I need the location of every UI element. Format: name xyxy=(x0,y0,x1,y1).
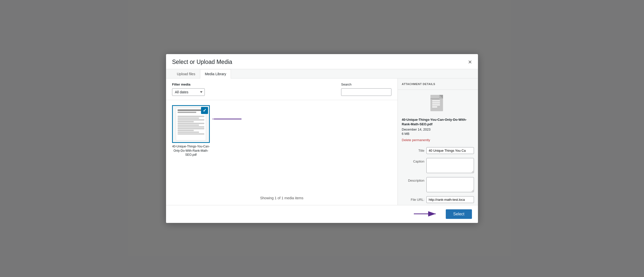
selected-check-badge: ✓ xyxy=(201,107,208,114)
svg-rect-6 xyxy=(432,100,440,101)
svg-rect-10 xyxy=(430,98,439,99)
pdf-body xyxy=(178,116,204,135)
tab-bar: Upload files Media Library xyxy=(166,69,478,78)
filter-label: Filter media xyxy=(172,83,205,86)
close-button[interactable]: × xyxy=(468,59,472,69)
main-panel: Filter media All dates Search xyxy=(166,78,397,205)
title-field-row: Title xyxy=(398,145,478,156)
pdf-header xyxy=(178,109,204,113)
toolbar: Filter media All dates Search xyxy=(166,78,397,100)
attachment-info: 40-Unique-Things-You-Can-Only-Do-With-Ra… xyxy=(398,117,478,145)
modal-body: Filter media All dates Search xyxy=(166,78,478,205)
description-label: Description xyxy=(402,177,424,182)
description-field-row: Description xyxy=(398,175,478,194)
document-icon xyxy=(429,95,447,115)
svg-rect-8 xyxy=(432,104,440,105)
delete-permanently-link[interactable]: Delete permanently xyxy=(402,138,430,142)
attachment-filename: 40-Unique-Things-You-Can-Only-Do-With-Ra… xyxy=(402,117,474,127)
caption-field-row: Caption xyxy=(398,156,478,175)
filter-section: Filter media All dates xyxy=(172,83,205,96)
attachment-header: ATTACHMENT DETAILS xyxy=(398,78,478,90)
description-textarea[interactable] xyxy=(426,177,474,192)
showing-text: Showing 1 of 1 media items xyxy=(166,191,397,205)
attachment-date: December 14, 2023 xyxy=(402,128,474,131)
attachment-sidebar: ATTACHMENT DETAILS xyxy=(397,78,478,205)
right-arrow-svg xyxy=(413,210,438,217)
attachment-size: 6 MB xyxy=(402,132,474,136)
filter-dates-select[interactable]: All dates xyxy=(172,88,205,96)
search-label: Search xyxy=(341,83,391,86)
attachment-icon-area xyxy=(398,90,478,117)
title-input[interactable] xyxy=(426,147,474,154)
pdf-title-line xyxy=(178,109,202,111)
left-arrow-svg xyxy=(213,115,243,123)
caption-textarea[interactable] xyxy=(426,158,474,173)
modal-footer: Select xyxy=(166,205,478,223)
list-item[interactable]: ✓ 40-Unique-Things-You-Can-Only-Do-With-… xyxy=(172,105,210,157)
media-thumbnail[interactable]: ✓ xyxy=(172,105,210,143)
file-url-field-row: File URL: xyxy=(398,194,478,205)
search-section: Search xyxy=(341,83,391,96)
svg-rect-7 xyxy=(432,102,440,103)
caption-label: Caption xyxy=(402,158,424,163)
svg-rect-9 xyxy=(432,106,437,107)
media-modal: Select or Upload Media × Upload files Me… xyxy=(166,54,478,223)
selection-arrow-indicator xyxy=(213,115,243,123)
media-grid: ✓ 40-Unique-Things-You-Can-Only-Do-With-… xyxy=(166,100,397,191)
search-input[interactable] xyxy=(341,88,391,96)
select-button[interactable]: Select xyxy=(446,209,472,219)
modal-title: Select or Upload Media xyxy=(172,59,232,69)
modal-overlay: Select or Upload Media × Upload files Me… xyxy=(0,0,644,277)
title-label: Title xyxy=(402,147,424,152)
pdf-sub-line xyxy=(178,112,196,113)
tab-upload-files[interactable]: Upload files xyxy=(172,69,200,78)
file-url-label: File URL: xyxy=(402,196,424,202)
modal-header: Select or Upload Media × xyxy=(166,54,478,69)
select-arrow-indicator xyxy=(413,210,438,217)
tab-media-library[interactable]: Media Library xyxy=(200,69,231,78)
file-url-input[interactable] xyxy=(426,196,474,203)
media-filename: 40-Unique-Things-You-Can-Only-Do-With-Ra… xyxy=(172,144,210,157)
